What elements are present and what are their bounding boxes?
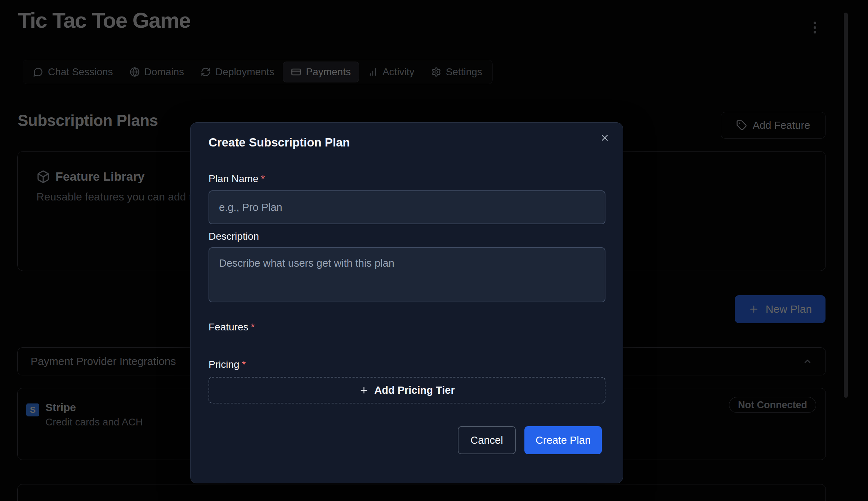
create-plan-button[interactable]: Create Plan	[524, 426, 602, 454]
plan-name-label: Plan Name*	[209, 173, 265, 185]
modal-footer: Cancel Create Plan	[458, 426, 602, 454]
close-icon	[600, 133, 610, 143]
add-pricing-tier-label: Add Pricing Tier	[374, 384, 455, 396]
modal-title: Create Subscription Plan	[209, 136, 350, 149]
required-marker: *	[261, 173, 265, 184]
add-pricing-tier-button[interactable]: Add Pricing Tier	[209, 377, 605, 403]
cancel-button[interactable]: Cancel	[458, 426, 516, 454]
required-marker: *	[242, 359, 246, 370]
close-button[interactable]	[596, 129, 613, 146]
plus-icon	[359, 385, 369, 395]
plan-name-input[interactable]	[209, 190, 605, 224]
description-textarea[interactable]	[209, 247, 605, 302]
required-marker: *	[251, 321, 255, 333]
pricing-label: Pricing*	[209, 359, 246, 370]
description-label: Description	[209, 231, 259, 242]
features-label: Features*	[209, 321, 255, 333]
create-subscription-plan-modal: Create Subscription Plan Plan Name* Desc…	[190, 122, 623, 483]
